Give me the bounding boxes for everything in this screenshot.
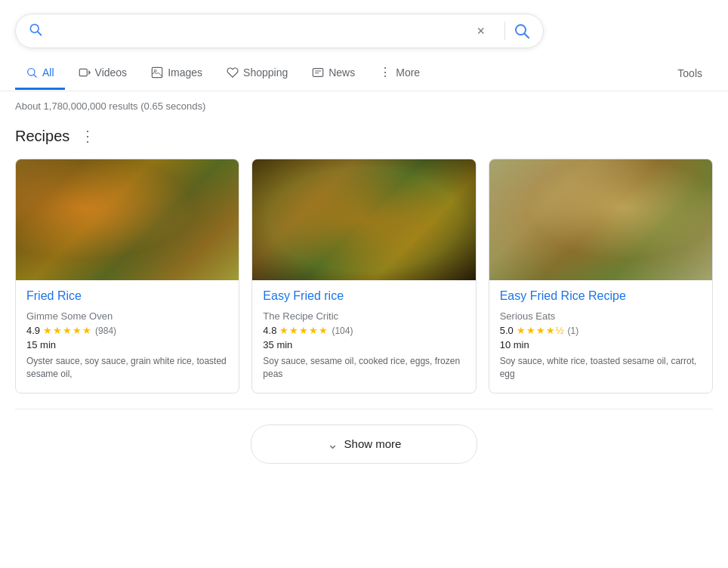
- tools-button[interactable]: Tools: [667, 58, 713, 88]
- recipe-card-3[interactable]: Easy Fried Rice Recipe Serious Eats 5.0 …: [489, 159, 713, 394]
- search-clear-button[interactable]: ×: [474, 23, 488, 39]
- tab-images-label: Images: [168, 66, 202, 79]
- recipe-card-2[interactable]: Easy Fried rice The Recipe Critic 4.8 ★★…: [251, 159, 476, 394]
- recipe-body-2: Easy Fried rice The Recipe Critic 4.8 ★★…: [252, 280, 475, 393]
- recipe-name-2[interactable]: Easy Fried rice: [263, 289, 464, 303]
- recipe-count-3: (1): [568, 326, 579, 336]
- recipe-name-3[interactable]: Easy Fried Rice Recipe: [500, 289, 702, 303]
- tab-more-label: More: [396, 66, 420, 79]
- recipe-source-1: Gimme Some Oven: [26, 310, 228, 322]
- recipe-time-3: 10 min: [500, 339, 702, 350]
- more-dots-icon: ⋮: [379, 65, 391, 79]
- recipes-more-button[interactable]: ⋮: [77, 125, 98, 147]
- recipes-section: Recipes ⋮ Fried Rice Gimme Some Oven 4.9…: [0, 118, 728, 409]
- recipe-rating-value-1: 4.9: [26, 325, 40, 336]
- recipe-card-1[interactable]: Fried Rice Gimme Some Oven 4.9 ★★★★★ (98…: [15, 159, 239, 394]
- recipe-time-2: 35 min: [263, 339, 464, 350]
- show-more-area: ⌄ Show more: [0, 409, 728, 486]
- recipe-image-1: [16, 159, 239, 280]
- search-submit-icon: [513, 22, 531, 40]
- tab-shopping[interactable]: Shopping: [216, 57, 298, 90]
- tab-videos[interactable]: Videos: [68, 57, 138, 90]
- svg-line-1: [38, 32, 42, 36]
- images-icon: [151, 66, 163, 79]
- recipe-name-1[interactable]: Fried Rice: [26, 289, 228, 303]
- recipe-stars-2: ★★★★★: [279, 325, 329, 336]
- show-more-label: Show more: [344, 437, 402, 450]
- nav-tabs: All Videos Images Shopping News ⋮ More: [0, 56, 728, 91]
- tab-all[interactable]: All: [15, 57, 65, 90]
- recipe-count-2: (104): [332, 326, 353, 336]
- recipe-ingredients-2: Soy sauce, sesame oil, cooked rice, eggs…: [263, 355, 464, 381]
- svg-line-5: [34, 74, 36, 76]
- recipe-rating-2: 4.8 ★★★★★ (104): [263, 325, 464, 336]
- search-icon: [28, 22, 43, 40]
- chevron-down-icon: ⌄: [327, 436, 338, 452]
- tab-videos-label: Videos: [95, 66, 128, 79]
- recipes-title: Recipes: [15, 128, 69, 145]
- search-bar-area: fried rice recipe ×: [0, 0, 728, 56]
- recipes-header: Recipes ⋮: [15, 125, 713, 147]
- recipe-cards: Fried Rice Gimme Some Oven 4.9 ★★★★★ (98…: [15, 159, 713, 394]
- show-more-button[interactable]: ⌄ Show more: [251, 424, 477, 464]
- tab-images[interactable]: Images: [140, 57, 213, 90]
- search-bar: fried rice recipe ×: [15, 14, 544, 48]
- svg-rect-10: [313, 68, 323, 76]
- search-submit-button[interactable]: [513, 22, 531, 40]
- recipe-count-1: (984): [95, 326, 116, 336]
- recipe-rating-3: 5.0 ★★★★½ (1): [500, 325, 702, 336]
- all-icon: [26, 66, 38, 79]
- recipe-stars-1: ★★★★★: [43, 325, 92, 336]
- svg-point-9: [154, 69, 156, 72]
- recipe-stars-3: ★★★★½: [517, 325, 565, 336]
- news-icon: [312, 66, 324, 79]
- divider-vertical: [504, 22, 505, 40]
- tab-all-label: All: [42, 66, 54, 79]
- recipe-image-2: [252, 159, 475, 280]
- tab-shopping-label: Shopping: [243, 66, 288, 79]
- tab-news[interactable]: News: [301, 57, 366, 90]
- recipe-rating-value-3: 5.0: [500, 325, 514, 336]
- recipe-image-3: [489, 159, 712, 280]
- videos-icon: [79, 66, 91, 79]
- search-input[interactable]: fried rice recipe: [51, 24, 474, 38]
- recipe-source-2: The Recipe Critic: [263, 310, 464, 322]
- svg-marker-7: [88, 69, 91, 75]
- recipe-body-1: Fried Rice Gimme Some Oven 4.9 ★★★★★ (98…: [16, 280, 239, 393]
- recipe-rating-value-2: 4.8: [263, 325, 276, 336]
- shopping-icon: [227, 66, 239, 79]
- recipe-body-3: Easy Fried Rice Recipe Serious Eats 5.0 …: [489, 280, 712, 393]
- tab-news-label: News: [329, 66, 355, 79]
- svg-line-3: [525, 34, 529, 39]
- recipe-ingredients-3: Soy sauce, white rice, toasted sesame oi…: [500, 355, 702, 381]
- tab-more[interactable]: ⋮ More: [369, 56, 430, 91]
- results-info: About 1,780,000,000 results (0.65 second…: [0, 91, 728, 118]
- svg-rect-6: [79, 69, 87, 76]
- recipe-ingredients-1: Oyster sauce, soy sauce, grain white ric…: [26, 355, 228, 381]
- recipe-rating-1: 4.9 ★★★★★ (984): [26, 325, 228, 336]
- recipe-time-1: 15 min: [26, 339, 228, 350]
- recipe-source-3: Serious Eats: [500, 310, 702, 322]
